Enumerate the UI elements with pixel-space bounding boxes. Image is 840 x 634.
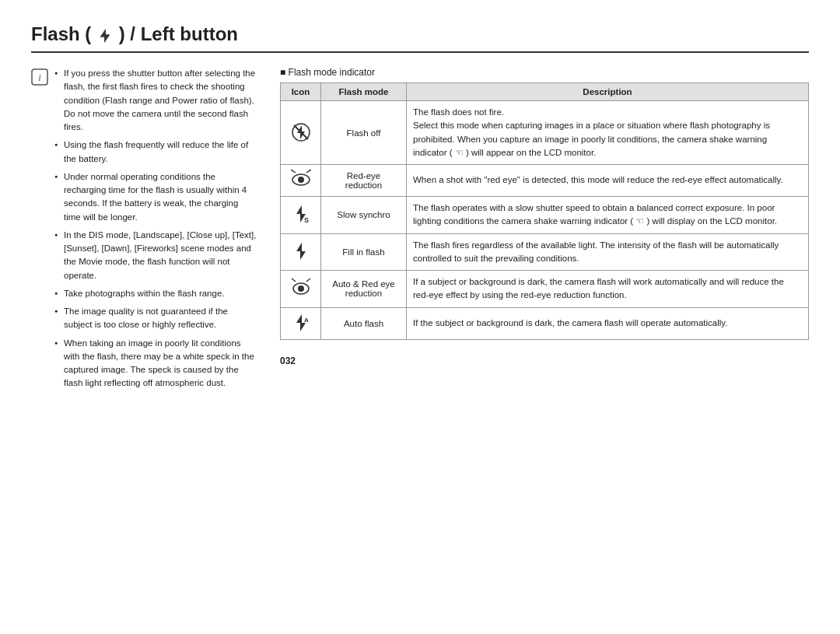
note-icon: i — [31, 68, 48, 395]
main-content: i If you press the shutter button after … — [31, 67, 809, 405]
svg-point-14 — [298, 285, 304, 292]
svg-line-15 — [306, 278, 310, 282]
desc-cell-4: If a subject or background is dark, the … — [407, 271, 809, 308]
table-row: S Slow synchroThe flash operates with a … — [281, 197, 809, 234]
header-mode: Flash mode — [321, 83, 407, 101]
svg-line-9 — [291, 170, 296, 173]
header-description: Description — [407, 83, 809, 101]
desc-cell-0: The flash does not fire.Select this mode… — [407, 101, 809, 165]
page-title: Flash ( ) / Left button — [31, 23, 809, 53]
icon-cell-1 — [281, 165, 321, 197]
table-row: Flash offThe flash does not fire.Select … — [281, 101, 809, 165]
mode-cell-4: Auto & Red eye reduction — [321, 271, 407, 308]
svg-point-7 — [298, 177, 304, 183]
page-number: 032 — [280, 356, 809, 366]
mode-cell-2: Slow synchro — [321, 197, 407, 234]
note-list: If you press the shutter button after se… — [54, 67, 257, 395]
svg-text:A: A — [304, 317, 309, 324]
right-column: Flash mode indicator Icon Flash mode Des… — [280, 67, 809, 405]
icon-cell-0 — [281, 101, 321, 165]
note-item-1: If you press the shutter button after se… — [54, 67, 257, 134]
mode-cell-3: Fill in flash — [321, 233, 407, 271]
desc-cell-2: The flash operates with a slow shutter s… — [407, 197, 809, 234]
icon-cell-4 — [281, 271, 321, 308]
note-item-7: When taking an image in poorly lit condi… — [54, 337, 257, 391]
svg-marker-12 — [296, 243, 306, 260]
left-column: i If you press the shutter button after … — [31, 67, 257, 405]
note-item-2: Using the flash frequently will reduce t… — [54, 138, 257, 166]
icon-cell-3 — [281, 233, 321, 271]
svg-line-8 — [306, 170, 311, 173]
svg-text:S: S — [304, 216, 309, 224]
mode-cell-0: Flash off — [321, 101, 407, 165]
desc-cell-3: The flash fires regardless of the availa… — [407, 233, 809, 271]
svg-line-16 — [292, 278, 296, 282]
svg-marker-0 — [100, 28, 110, 42]
table-header-row: Icon Flash mode Description — [281, 83, 809, 101]
table-row: A Auto flashIf the subject or background… — [281, 307, 809, 339]
note-item-4: In the DIS mode, [Landscape], [Close up]… — [54, 229, 257, 282]
desc-cell-5: If the subject or background is dark, th… — [407, 307, 809, 339]
desc-cell-1: When a shot with "red eye" is detected, … — [407, 165, 809, 197]
svg-text:i: i — [38, 72, 41, 83]
icon-cell-5: A — [281, 307, 321, 339]
table-row: Red-eye reductionWhen a shot with "red e… — [281, 165, 809, 197]
note-item-6: The image quality is not guaranteed if t… — [54, 305, 257, 332]
icon-cell-2: S — [281, 197, 321, 234]
table-row: Fill in flashThe flash fires regardless … — [281, 233, 809, 271]
note-item-5: Take photographs within the flash range. — [54, 287, 257, 300]
note-box: i If you press the shutter button after … — [31, 67, 257, 395]
flash-indicator-label: Flash mode indicator — [280, 67, 809, 78]
mode-cell-1: Red-eye reduction — [321, 165, 407, 197]
table-row: Auto & Red eye reductionIf a subject or … — [281, 271, 809, 308]
mode-cell-5: Auto flash — [321, 307, 407, 339]
flash-table: Icon Flash mode Description Flash offThe… — [280, 82, 809, 340]
header-icon: Icon — [281, 83, 321, 101]
note-item-3: Under normal operating conditions the re… — [54, 170, 257, 224]
